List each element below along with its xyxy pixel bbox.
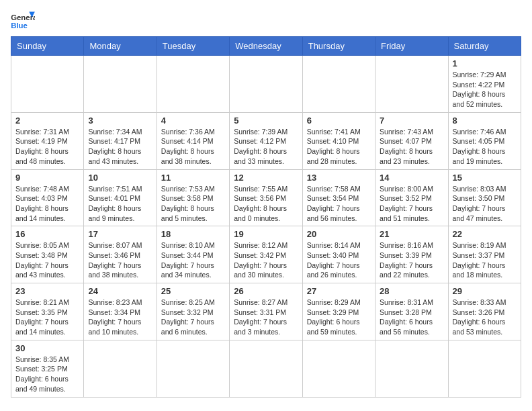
day-info: Sunrise: 7:31 AM Sunset: 4:19 PM Dayligh… (15, 127, 79, 167)
day-number: 9 (15, 173, 79, 183)
calendar-cell: 10Sunrise: 7:51 AM Sunset: 4:01 PM Dayli… (84, 169, 157, 226)
calendar-week-5: 23Sunrise: 8:21 AM Sunset: 3:35 PM Dayli… (11, 283, 521, 340)
day-info: Sunrise: 8:14 AM Sunset: 3:40 PM Dayligh… (307, 240, 371, 280)
calendar-cell (84, 56, 157, 113)
day-info: Sunrise: 8:21 AM Sunset: 3:35 PM Dayligh… (15, 298, 79, 337)
day-number: 14 (380, 173, 443, 183)
weekday-header-thursday: Thursday (302, 37, 375, 56)
calendar-cell (157, 340, 229, 397)
day-info: Sunrise: 8:12 AM Sunset: 3:42 PM Dayligh… (234, 240, 298, 280)
calendar-cell: 27Sunrise: 8:29 AM Sunset: 3:29 PM Dayli… (302, 283, 375, 340)
weekday-header-row: SundayMondayTuesdayWednesdayThursdayFrid… (11, 37, 521, 56)
day-number: 30 (15, 343, 79, 353)
calendar-week-3: 9Sunrise: 7:48 AM Sunset: 4:03 PM Daylig… (11, 169, 521, 226)
calendar-cell: 3Sunrise: 7:34 AM Sunset: 4:17 PM Daylig… (84, 112, 157, 169)
calendar-cell: 19Sunrise: 8:12 AM Sunset: 3:42 PM Dayli… (230, 226, 302, 283)
day-number: 21 (380, 229, 443, 239)
day-info: Sunrise: 7:39 AM Sunset: 4:12 PM Dayligh… (234, 127, 298, 167)
day-info: Sunrise: 7:43 AM Sunset: 4:07 PM Dayligh… (380, 127, 443, 167)
calendar-cell: 29Sunrise: 8:33 AM Sunset: 3:26 PM Dayli… (448, 283, 521, 340)
weekday-header-monday: Monday (84, 37, 157, 56)
calendar-cell (375, 56, 448, 113)
day-info: Sunrise: 8:31 AM Sunset: 3:28 PM Dayligh… (380, 298, 443, 337)
calendar-cell (302, 340, 375, 397)
day-number: 27 (307, 286, 371, 296)
calendar-cell: 7Sunrise: 7:43 AM Sunset: 4:07 PM Daylig… (375, 112, 448, 169)
logo: General Blue (11, 11, 35, 31)
day-number: 12 (234, 173, 298, 183)
day-info: Sunrise: 7:58 AM Sunset: 3:54 PM Dayligh… (307, 184, 371, 224)
day-number: 25 (161, 286, 225, 296)
day-number: 2 (15, 116, 79, 126)
calendar-cell: 6Sunrise: 7:41 AM Sunset: 4:10 PM Daylig… (302, 112, 375, 169)
day-number: 3 (88, 116, 152, 126)
calendar-week-6: 30Sunrise: 8:35 AM Sunset: 3:25 PM Dayli… (11, 340, 521, 397)
day-number: 15 (453, 173, 517, 183)
day-number: 29 (453, 286, 517, 296)
calendar-cell: 4Sunrise: 7:36 AM Sunset: 4:14 PM Daylig… (157, 112, 229, 169)
day-info: Sunrise: 7:55 AM Sunset: 3:56 PM Dayligh… (234, 184, 298, 224)
calendar-cell (448, 340, 521, 397)
day-number: 22 (453, 229, 517, 239)
day-info: Sunrise: 7:53 AM Sunset: 3:58 PM Dayligh… (161, 184, 225, 224)
day-info: Sunrise: 7:51 AM Sunset: 4:01 PM Dayligh… (88, 184, 152, 224)
day-number: 26 (234, 286, 298, 296)
calendar-cell (302, 56, 375, 113)
day-number: 24 (88, 286, 152, 296)
calendar-cell: 20Sunrise: 8:14 AM Sunset: 3:40 PM Dayli… (302, 226, 375, 283)
generalblue-logo-icon: General Blue (11, 11, 35, 31)
weekday-header-friday: Friday (375, 37, 448, 56)
calendar-cell: 14Sunrise: 8:00 AM Sunset: 3:52 PM Dayli… (375, 169, 448, 226)
day-info: Sunrise: 7:36 AM Sunset: 4:14 PM Dayligh… (161, 127, 225, 167)
day-number: 13 (307, 173, 371, 183)
day-number: 8 (453, 116, 517, 126)
calendar-cell: 16Sunrise: 8:05 AM Sunset: 3:48 PM Dayli… (11, 226, 84, 283)
day-info: Sunrise: 7:34 AM Sunset: 4:17 PM Dayligh… (88, 127, 152, 167)
calendar-cell: 24Sunrise: 8:23 AM Sunset: 3:34 PM Dayli… (84, 283, 157, 340)
day-info: Sunrise: 8:05 AM Sunset: 3:48 PM Dayligh… (15, 240, 79, 280)
day-number: 6 (307, 116, 371, 126)
calendar-week-1: 1Sunrise: 7:29 AM Sunset: 4:22 PM Daylig… (11, 56, 521, 113)
day-info: Sunrise: 7:48 AM Sunset: 4:03 PM Dayligh… (15, 184, 79, 224)
day-info: Sunrise: 8:03 AM Sunset: 3:50 PM Dayligh… (453, 184, 517, 224)
day-number: 19 (234, 229, 298, 239)
svg-text:Blue: Blue (11, 21, 28, 30)
calendar-cell: 22Sunrise: 8:19 AM Sunset: 3:37 PM Dayli… (448, 226, 521, 283)
day-number: 28 (380, 286, 443, 296)
calendar-table: SundayMondayTuesdayWednesdayThursdayFrid… (11, 36, 521, 398)
calendar-cell: 30Sunrise: 8:35 AM Sunset: 3:25 PM Dayli… (11, 340, 84, 397)
calendar-cell (230, 340, 302, 397)
calendar-week-2: 2Sunrise: 7:31 AM Sunset: 4:19 PM Daylig… (11, 112, 521, 169)
day-info: Sunrise: 8:29 AM Sunset: 3:29 PM Dayligh… (307, 298, 371, 337)
calendar-cell: 28Sunrise: 8:31 AM Sunset: 3:28 PM Dayli… (375, 283, 448, 340)
weekday-header-saturday: Saturday (448, 37, 521, 56)
day-info: Sunrise: 7:46 AM Sunset: 4:05 PM Dayligh… (453, 127, 517, 167)
day-info: Sunrise: 8:33 AM Sunset: 3:26 PM Dayligh… (453, 298, 517, 337)
day-info: Sunrise: 8:10 AM Sunset: 3:44 PM Dayligh… (161, 240, 225, 280)
day-info: Sunrise: 8:16 AM Sunset: 3:39 PM Dayligh… (380, 240, 443, 280)
weekday-header-sunday: Sunday (11, 37, 84, 56)
calendar-cell: 17Sunrise: 8:07 AM Sunset: 3:46 PM Dayli… (84, 226, 157, 283)
day-info: Sunrise: 8:25 AM Sunset: 3:32 PM Dayligh… (161, 298, 225, 337)
day-info: Sunrise: 8:27 AM Sunset: 3:31 PM Dayligh… (234, 298, 298, 337)
calendar-week-4: 16Sunrise: 8:05 AM Sunset: 3:48 PM Dayli… (11, 226, 521, 283)
day-number: 17 (88, 229, 152, 239)
calendar-cell: 5Sunrise: 7:39 AM Sunset: 4:12 PM Daylig… (230, 112, 302, 169)
calendar-cell: 21Sunrise: 8:16 AM Sunset: 3:39 PM Dayli… (375, 226, 448, 283)
calendar-cell (84, 340, 157, 397)
calendar-cell: 15Sunrise: 8:03 AM Sunset: 3:50 PM Dayli… (448, 169, 521, 226)
day-info: Sunrise: 8:23 AM Sunset: 3:34 PM Dayligh… (88, 298, 152, 337)
calendar-cell: 23Sunrise: 8:21 AM Sunset: 3:35 PM Dayli… (11, 283, 84, 340)
header: General Blue (11, 11, 521, 31)
day-number: 7 (380, 116, 443, 126)
calendar-cell (11, 56, 84, 113)
calendar-cell: 9Sunrise: 7:48 AM Sunset: 4:03 PM Daylig… (11, 169, 84, 226)
calendar-cell (157, 56, 229, 113)
calendar-cell: 26Sunrise: 8:27 AM Sunset: 3:31 PM Dayli… (230, 283, 302, 340)
day-number: 5 (234, 116, 298, 126)
calendar-cell: 11Sunrise: 7:53 AM Sunset: 3:58 PM Dayli… (157, 169, 229, 226)
calendar-cell: 2Sunrise: 7:31 AM Sunset: 4:19 PM Daylig… (11, 112, 84, 169)
calendar-cell: 25Sunrise: 8:25 AM Sunset: 3:32 PM Dayli… (157, 283, 229, 340)
day-number: 20 (307, 229, 371, 239)
day-number: 10 (88, 173, 152, 183)
